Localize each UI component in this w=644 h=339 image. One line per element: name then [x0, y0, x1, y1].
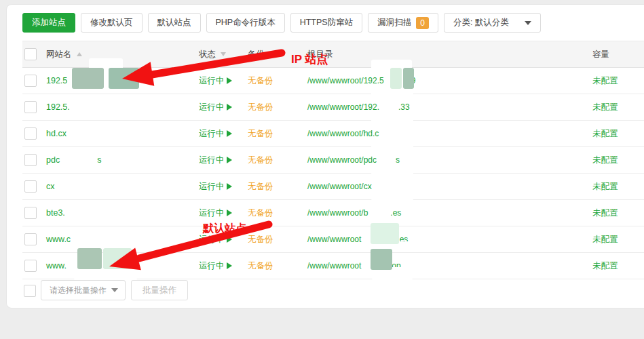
row-checkbox[interactable] — [24, 101, 37, 113]
vuln-scan-label: 漏洞扫描 — [377, 17, 411, 28]
site-root-path[interactable]: /www/wwwroot/192..33 — [307, 94, 410, 120]
play-icon — [227, 104, 232, 111]
site-table: 网站名 状态 备份 根目录 容量 192.5运行中无备份/www/wwwroot… — [22, 41, 644, 279]
https-guard-button[interactable]: HTTPS防窜站 — [290, 13, 362, 33]
capacity-status[interactable]: 未配置 — [592, 94, 618, 120]
table-row: hd.cx运行中无备份/www/wwwroot/hd.c未配置 — [22, 121, 644, 147]
toolbar: 添加站点 修改默认页 默认站点 PHP命令行版本 HTTPS防窜站 漏洞扫描 0… — [22, 13, 541, 33]
capacity-status[interactable]: 未配置 — [592, 253, 618, 279]
site-status[interactable]: 运行中 — [199, 68, 232, 94]
site-status[interactable]: 运行中 — [199, 226, 232, 252]
site-name-link[interactable]: cx — [46, 182, 55, 191]
site-root-path[interactable]: /www/wwwroot/pdcs — [307, 147, 400, 173]
backup-status[interactable]: 无备份 — [248, 226, 273, 252]
bulk-action-select[interactable]: 请选择批量操作 — [41, 280, 126, 300]
site-status[interactable]: 运行中 — [199, 121, 232, 146]
table-row: 192.5运行中无备份/www/wwwroot/192.59未配置 — [22, 68, 644, 94]
table-row: www.c运行中无备份/www/wwwroot.es未配置 — [22, 226, 644, 253]
site-name-link[interactable]: bte3. — [46, 208, 65, 218]
site-root-path[interactable]: /www/wwwroot/cx — [307, 174, 372, 199]
table-row: cx运行中无备份/www/wwwroot/cx未配置 — [22, 174, 644, 200]
site-name-link[interactable]: 192.5 — [46, 76, 67, 85]
play-icon — [227, 157, 232, 163]
site-status[interactable]: 运行中 — [199, 200, 232, 226]
site-status[interactable]: 运行中 — [199, 94, 232, 120]
site-name-link[interactable]: hd.cx — [46, 129, 67, 138]
play-icon — [227, 236, 232, 243]
play-icon — [227, 130, 232, 137]
backup-status[interactable]: 无备份 — [248, 94, 273, 120]
backup-status[interactable]: 无备份 — [248, 147, 273, 173]
table-header-backup: 备份 — [248, 41, 265, 67]
backup-status[interactable]: 无备份 — [248, 121, 273, 146]
capacity-status[interactable]: 未配置 — [592, 121, 618, 146]
table-row: 192.5.运行中无备份/www/wwwroot/192..33未配置 — [22, 94, 644, 121]
site-status[interactable]: 运行中 — [199, 147, 232, 173]
site-status[interactable]: 运行中 — [199, 174, 232, 199]
category-dropdown[interactable]: 分类: 默认分类 — [444, 13, 541, 33]
backup-status[interactable]: 无备份 — [248, 253, 273, 279]
capacity-status[interactable]: 未配置 — [592, 226, 618, 252]
bulk-select-placeholder: 请选择批量操作 — [50, 285, 107, 296]
row-checkbox[interactable] — [24, 260, 37, 272]
capacity-status[interactable]: 未配置 — [592, 68, 618, 94]
default-site-button[interactable]: 默认站点 — [148, 13, 201, 33]
site-root-path[interactable]: /www/wwwrootop — [307, 253, 401, 279]
table-header-capacity: 容量 — [592, 41, 609, 67]
header-status-label: 状态 — [199, 49, 216, 60]
row-checkbox[interactable] — [24, 154, 37, 166]
site-root-path[interactable]: /www/wwwroot/b.es — [307, 200, 401, 226]
play-icon — [227, 210, 232, 216]
row-checkbox[interactable] — [24, 207, 37, 219]
bulk-select-all-checkbox[interactable] — [24, 285, 36, 297]
category-label: 分类: 默认分类 — [453, 17, 509, 28]
table-row: www.运行中无备份/www/wwwrootop未配置 — [22, 253, 644, 279]
table-header-status[interactable]: 状态 — [199, 41, 226, 67]
play-icon — [227, 77, 232, 84]
backup-status[interactable]: 无备份 — [248, 174, 273, 199]
add-site-button[interactable]: 添加站点 — [22, 13, 75, 33]
play-icon — [227, 183, 232, 190]
row-checkbox[interactable] — [24, 75, 37, 87]
table-row: bte3.运行中无备份/www/wwwroot/b.es未配置 — [22, 200, 644, 226]
capacity-status[interactable]: 未配置 — [592, 200, 618, 226]
table-body: 192.5运行中无备份/www/wwwroot/192.59未配置192.5.运… — [22, 68, 644, 279]
sort-asc-icon — [77, 52, 82, 56]
chevron-down-icon — [525, 21, 531, 25]
site-name-link[interactable]: www.c — [46, 235, 71, 244]
vuln-scan-button[interactable]: 漏洞扫描 0 — [368, 13, 438, 33]
chevron-down-icon — [221, 52, 226, 56]
site-root-path[interactable]: /www/wwwroot.es — [307, 226, 408, 252]
play-icon — [227, 262, 232, 269]
chevron-down-icon — [111, 288, 118, 292]
backup-status[interactable]: 无备份 — [248, 200, 273, 226]
row-checkbox[interactable] — [24, 233, 37, 245]
row-checkbox[interactable] — [24, 127, 37, 140]
bulk-action-button[interactable]: 批量操作 — [131, 280, 188, 300]
header-name-label: 网站名 — [46, 49, 72, 60]
site-name-link[interactable]: 192.5. — [46, 102, 70, 112]
site-root-path[interactable]: /www/wwwroot/hd.c — [307, 121, 379, 146]
table-header-name[interactable]: 网站名 — [46, 41, 82, 67]
site-root-path[interactable]: /www/wwwroot/192.59 — [307, 68, 415, 94]
header-checkbox[interactable] — [24, 48, 37, 60]
row-checkbox[interactable] — [24, 180, 37, 193]
table-row: pdcs运行中无备份/www/wwwroot/pdcs未配置 — [22, 147, 644, 174]
site-status[interactable]: 运行中 — [199, 253, 232, 279]
table-header-root-dir: 根目录 — [307, 41, 333, 67]
php-cli-version-button[interactable]: PHP命令行版本 — [206, 13, 285, 33]
vuln-scan-badge: 0 — [416, 17, 429, 29]
backup-status[interactable]: 无备份 — [248, 68, 273, 94]
site-name-link[interactable]: www. — [46, 261, 67, 271]
capacity-status[interactable]: 未配置 — [592, 147, 618, 173]
capacity-status[interactable]: 未配置 — [592, 174, 618, 199]
table-header-row: 网站名 状态 备份 根目录 容量 — [22, 41, 644, 68]
site-list-page: 添加站点 修改默认页 默认站点 PHP命令行版本 HTTPS防窜站 漏洞扫描 0… — [0, 0, 644, 339]
modify-default-page-button[interactable]: 修改默认页 — [81, 13, 143, 33]
site-name-link[interactable]: pdcs — [46, 155, 101, 165]
